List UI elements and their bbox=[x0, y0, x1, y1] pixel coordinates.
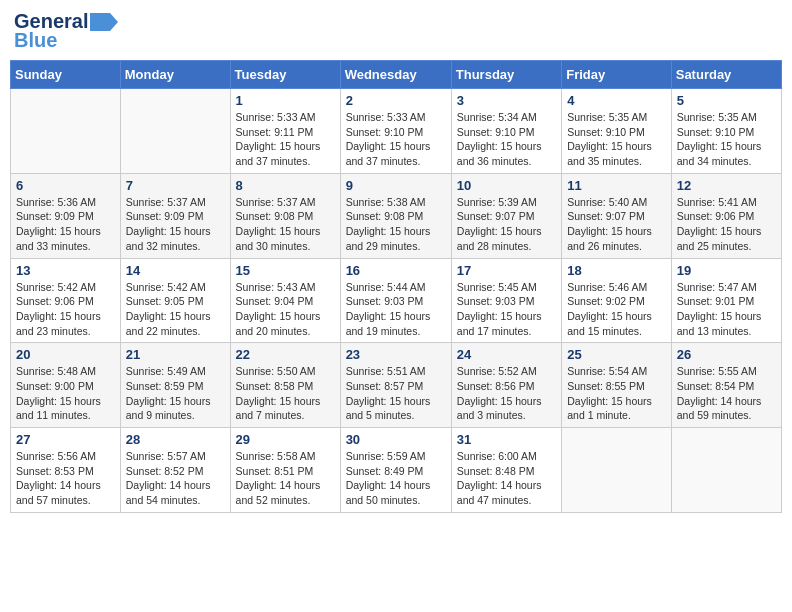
calendar-cell: 22Sunrise: 5:50 AM Sunset: 8:58 PM Dayli… bbox=[230, 343, 340, 428]
calendar-cell: 20Sunrise: 5:48 AM Sunset: 9:00 PM Dayli… bbox=[11, 343, 121, 428]
calendar-cell: 24Sunrise: 5:52 AM Sunset: 8:56 PM Dayli… bbox=[451, 343, 561, 428]
calendar-week-row: 6Sunrise: 5:36 AM Sunset: 9:09 PM Daylig… bbox=[11, 173, 782, 258]
day-detail: Sunrise: 5:37 AM Sunset: 9:09 PM Dayligh… bbox=[126, 195, 225, 254]
weekday-header: Sunday bbox=[11, 61, 121, 89]
page-header: General Blue bbox=[10, 10, 782, 52]
calendar-cell: 23Sunrise: 5:51 AM Sunset: 8:57 PM Dayli… bbox=[340, 343, 451, 428]
day-detail: Sunrise: 5:57 AM Sunset: 8:52 PM Dayligh… bbox=[126, 449, 225, 508]
day-number: 3 bbox=[457, 93, 556, 108]
weekday-header: Friday bbox=[562, 61, 672, 89]
calendar-cell: 18Sunrise: 5:46 AM Sunset: 9:02 PM Dayli… bbox=[562, 258, 672, 343]
calendar-cell: 31Sunrise: 6:00 AM Sunset: 8:48 PM Dayli… bbox=[451, 428, 561, 513]
day-detail: Sunrise: 5:35 AM Sunset: 9:10 PM Dayligh… bbox=[677, 110, 776, 169]
calendar-cell: 3Sunrise: 5:34 AM Sunset: 9:10 PM Daylig… bbox=[451, 89, 561, 174]
day-number: 10 bbox=[457, 178, 556, 193]
day-number: 26 bbox=[677, 347, 776, 362]
day-detail: Sunrise: 5:59 AM Sunset: 8:49 PM Dayligh… bbox=[346, 449, 446, 508]
calendar-cell: 6Sunrise: 5:36 AM Sunset: 9:09 PM Daylig… bbox=[11, 173, 121, 258]
calendar-cell bbox=[11, 89, 121, 174]
calendar-cell: 4Sunrise: 5:35 AM Sunset: 9:10 PM Daylig… bbox=[562, 89, 672, 174]
day-detail: Sunrise: 5:49 AM Sunset: 8:59 PM Dayligh… bbox=[126, 364, 225, 423]
day-detail: Sunrise: 5:56 AM Sunset: 8:53 PM Dayligh… bbox=[16, 449, 115, 508]
day-number: 29 bbox=[236, 432, 335, 447]
calendar-cell: 27Sunrise: 5:56 AM Sunset: 8:53 PM Dayli… bbox=[11, 428, 121, 513]
calendar-cell: 5Sunrise: 5:35 AM Sunset: 9:10 PM Daylig… bbox=[671, 89, 781, 174]
calendar-cell: 12Sunrise: 5:41 AM Sunset: 9:06 PM Dayli… bbox=[671, 173, 781, 258]
day-detail: Sunrise: 5:35 AM Sunset: 9:10 PM Dayligh… bbox=[567, 110, 666, 169]
day-number: 5 bbox=[677, 93, 776, 108]
day-number: 11 bbox=[567, 178, 666, 193]
day-detail: Sunrise: 5:33 AM Sunset: 9:11 PM Dayligh… bbox=[236, 110, 335, 169]
day-number: 12 bbox=[677, 178, 776, 193]
weekday-header: Thursday bbox=[451, 61, 561, 89]
calendar-cell bbox=[671, 428, 781, 513]
day-detail: Sunrise: 5:55 AM Sunset: 8:54 PM Dayligh… bbox=[677, 364, 776, 423]
day-number: 17 bbox=[457, 263, 556, 278]
day-detail: Sunrise: 5:51 AM Sunset: 8:57 PM Dayligh… bbox=[346, 364, 446, 423]
weekday-header: Saturday bbox=[671, 61, 781, 89]
day-detail: Sunrise: 5:45 AM Sunset: 9:03 PM Dayligh… bbox=[457, 280, 556, 339]
calendar-cell: 30Sunrise: 5:59 AM Sunset: 8:49 PM Dayli… bbox=[340, 428, 451, 513]
day-detail: Sunrise: 5:41 AM Sunset: 9:06 PM Dayligh… bbox=[677, 195, 776, 254]
day-detail: Sunrise: 5:34 AM Sunset: 9:10 PM Dayligh… bbox=[457, 110, 556, 169]
calendar-cell: 8Sunrise: 5:37 AM Sunset: 9:08 PM Daylig… bbox=[230, 173, 340, 258]
calendar-cell: 25Sunrise: 5:54 AM Sunset: 8:55 PM Dayli… bbox=[562, 343, 672, 428]
calendar-cell: 17Sunrise: 5:45 AM Sunset: 9:03 PM Dayli… bbox=[451, 258, 561, 343]
weekday-header: Tuesday bbox=[230, 61, 340, 89]
day-detail: Sunrise: 5:33 AM Sunset: 9:10 PM Dayligh… bbox=[346, 110, 446, 169]
weekday-header: Monday bbox=[120, 61, 230, 89]
day-number: 30 bbox=[346, 432, 446, 447]
calendar-cell: 2Sunrise: 5:33 AM Sunset: 9:10 PM Daylig… bbox=[340, 89, 451, 174]
day-number: 13 bbox=[16, 263, 115, 278]
logo: General Blue bbox=[14, 10, 118, 52]
day-detail: Sunrise: 5:58 AM Sunset: 8:51 PM Dayligh… bbox=[236, 449, 335, 508]
day-detail: Sunrise: 5:46 AM Sunset: 9:02 PM Dayligh… bbox=[567, 280, 666, 339]
calendar-cell: 26Sunrise: 5:55 AM Sunset: 8:54 PM Dayli… bbox=[671, 343, 781, 428]
day-number: 4 bbox=[567, 93, 666, 108]
day-number: 18 bbox=[567, 263, 666, 278]
day-number: 23 bbox=[346, 347, 446, 362]
calendar-week-row: 20Sunrise: 5:48 AM Sunset: 9:00 PM Dayli… bbox=[11, 343, 782, 428]
day-number: 14 bbox=[126, 263, 225, 278]
calendar-week-row: 1Sunrise: 5:33 AM Sunset: 9:11 PM Daylig… bbox=[11, 89, 782, 174]
day-detail: Sunrise: 5:37 AM Sunset: 9:08 PM Dayligh… bbox=[236, 195, 335, 254]
day-number: 6 bbox=[16, 178, 115, 193]
logo-blue: Blue bbox=[14, 29, 57, 52]
calendar-cell bbox=[562, 428, 672, 513]
day-number: 20 bbox=[16, 347, 115, 362]
day-detail: Sunrise: 5:48 AM Sunset: 9:00 PM Dayligh… bbox=[16, 364, 115, 423]
day-detail: Sunrise: 5:39 AM Sunset: 9:07 PM Dayligh… bbox=[457, 195, 556, 254]
calendar-cell: 15Sunrise: 5:43 AM Sunset: 9:04 PM Dayli… bbox=[230, 258, 340, 343]
day-number: 31 bbox=[457, 432, 556, 447]
calendar-week-row: 13Sunrise: 5:42 AM Sunset: 9:06 PM Dayli… bbox=[11, 258, 782, 343]
day-number: 21 bbox=[126, 347, 225, 362]
logo-flag-icon bbox=[90, 11, 118, 33]
calendar-cell: 29Sunrise: 5:58 AM Sunset: 8:51 PM Dayli… bbox=[230, 428, 340, 513]
day-number: 24 bbox=[457, 347, 556, 362]
weekday-header: Wednesday bbox=[340, 61, 451, 89]
day-number: 16 bbox=[346, 263, 446, 278]
day-number: 19 bbox=[677, 263, 776, 278]
day-number: 8 bbox=[236, 178, 335, 193]
day-detail: Sunrise: 5:47 AM Sunset: 9:01 PM Dayligh… bbox=[677, 280, 776, 339]
svg-marker-0 bbox=[90, 13, 118, 31]
day-detail: Sunrise: 5:42 AM Sunset: 9:06 PM Dayligh… bbox=[16, 280, 115, 339]
day-detail: Sunrise: 5:50 AM Sunset: 8:58 PM Dayligh… bbox=[236, 364, 335, 423]
calendar-cell: 9Sunrise: 5:38 AM Sunset: 9:08 PM Daylig… bbox=[340, 173, 451, 258]
calendar-cell: 1Sunrise: 5:33 AM Sunset: 9:11 PM Daylig… bbox=[230, 89, 340, 174]
weekday-header-row: SundayMondayTuesdayWednesdayThursdayFrid… bbox=[11, 61, 782, 89]
calendar-cell: 7Sunrise: 5:37 AM Sunset: 9:09 PM Daylig… bbox=[120, 173, 230, 258]
day-number: 1 bbox=[236, 93, 335, 108]
calendar-cell: 10Sunrise: 5:39 AM Sunset: 9:07 PM Dayli… bbox=[451, 173, 561, 258]
day-detail: Sunrise: 5:40 AM Sunset: 9:07 PM Dayligh… bbox=[567, 195, 666, 254]
calendar-cell bbox=[120, 89, 230, 174]
calendar-cell: 21Sunrise: 5:49 AM Sunset: 8:59 PM Dayli… bbox=[120, 343, 230, 428]
calendar-week-row: 27Sunrise: 5:56 AM Sunset: 8:53 PM Dayli… bbox=[11, 428, 782, 513]
calendar-cell: 19Sunrise: 5:47 AM Sunset: 9:01 PM Dayli… bbox=[671, 258, 781, 343]
day-number: 15 bbox=[236, 263, 335, 278]
day-detail: Sunrise: 5:36 AM Sunset: 9:09 PM Dayligh… bbox=[16, 195, 115, 254]
day-detail: Sunrise: 5:52 AM Sunset: 8:56 PM Dayligh… bbox=[457, 364, 556, 423]
day-detail: Sunrise: 6:00 AM Sunset: 8:48 PM Dayligh… bbox=[457, 449, 556, 508]
calendar-cell: 14Sunrise: 5:42 AM Sunset: 9:05 PM Dayli… bbox=[120, 258, 230, 343]
calendar-table: SundayMondayTuesdayWednesdayThursdayFrid… bbox=[10, 60, 782, 513]
